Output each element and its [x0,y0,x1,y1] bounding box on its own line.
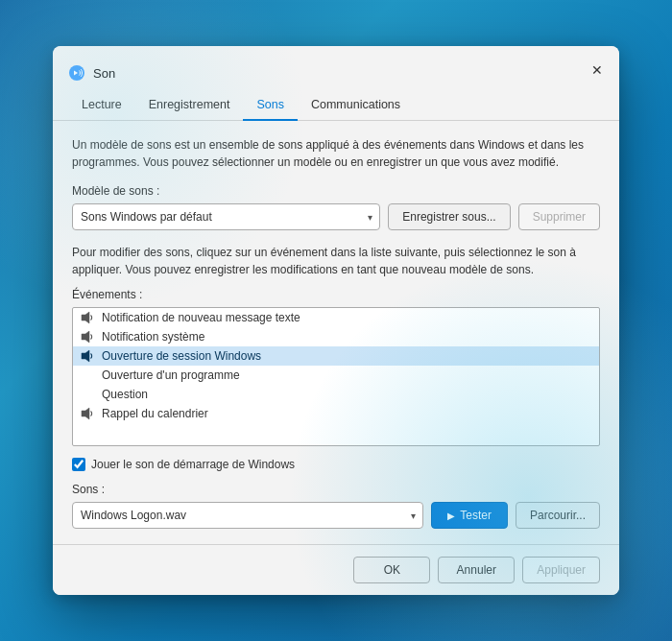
sons-select[interactable]: Windows Logon.wav (Aucun) [72,502,423,529]
tab-communications[interactable]: Communications [298,90,414,121]
event-item-label: Rappel du calendrier [102,407,208,420]
sound-model-select-wrapper: Sons Windows par défaut Aucun son ▾ [72,203,380,230]
sons-select-wrapper: Windows Logon.wav (Aucun) ▾ [72,502,423,529]
sound-model-select[interactable]: Sons Windows par défaut Aucun son [72,203,380,230]
startup-sound-checkbox[interactable] [72,458,85,471]
speaker-icon [81,330,96,344]
checkbox-label: Jouer le son de démarrage de Windows [91,458,295,471]
svg-marker-1 [82,312,89,323]
delete-button[interactable]: Supprimer [518,203,600,230]
event-item-label: Ouverture d'un programme [102,368,240,382]
event-item-label: Ouverture de session Windows [102,349,261,363]
svg-marker-3 [82,350,89,362]
svg-marker-2 [82,331,89,343]
close-button[interactable]: ✕ [575,55,619,85]
svg-marker-4 [82,408,89,419]
event-item-label: Question [102,388,148,401]
event-item-label: Notification de nouveau message texte [102,311,300,324]
event-item-label: Notification système [102,330,204,344]
register-button[interactable]: Enregistrer sous... [388,203,510,230]
sound-model-row: Sons Windows par défaut Aucun son ▾ Enre… [72,203,600,230]
speaker-icon [81,311,96,324]
speaker-icon [81,407,96,420]
speaker-icon [81,349,96,363]
